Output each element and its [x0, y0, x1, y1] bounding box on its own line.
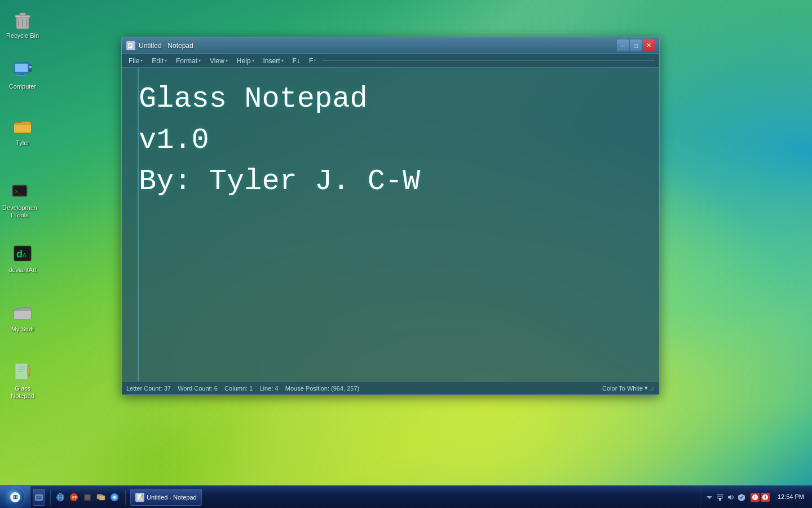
deviantart-label: deviantArt	[8, 266, 37, 274]
menu-file[interactable]: File ▾	[124, 56, 147, 66]
tray-arrow-icon[interactable]	[705, 493, 714, 502]
tray-icons	[705, 493, 746, 502]
computer-image	[11, 59, 34, 81]
tyler-folder-icon[interactable]: Tyler	[3, 113, 42, 149]
glass-notepad-label: Glass Notepad	[5, 385, 40, 400]
svg-rect-42	[99, 496, 105, 500]
desktop: Recycle Bin Computer Tyler	[0, 0, 812, 508]
svg-point-48	[752, 494, 758, 500]
quicklaunch-icon5[interactable]	[108, 491, 121, 503]
svg-marker-45	[707, 496, 712, 499]
glass-notepad-icon[interactable]: Glass Notepad	[3, 358, 42, 402]
menu-f-up[interactable]: F↑	[304, 56, 321, 66]
quicklaunch-icon4[interactable]	[95, 491, 107, 503]
svg-rect-8	[19, 73, 24, 75]
menu-insert[interactable]: Insert ▾	[259, 56, 288, 66]
svg-rect-51	[765, 496, 766, 498]
resize-handle[interactable]	[648, 385, 655, 392]
tray-clock[interactable]: 12:54 PM	[774, 493, 807, 501]
window-titlebar[interactable]: Untitled - Notepad ─ □ ✕	[122, 37, 659, 54]
deviantart-icon[interactable]: d A deviantArt	[3, 240, 42, 276]
svg-rect-31	[36, 496, 42, 500]
my-stuff-icon[interactable]: My Stuff	[3, 299, 42, 335]
tray-alerts: !	[748, 493, 772, 502]
svg-text:!: !	[753, 496, 754, 500]
svg-marker-23	[28, 375, 30, 377]
svg-text:FF: FF	[72, 496, 77, 500]
svg-rect-11	[29, 66, 32, 68]
tyler-folder-image	[11, 115, 34, 138]
my-stuff-label: My Stuff	[11, 326, 34, 333]
svg-rect-22	[28, 366, 30, 375]
dev-tools-icon[interactable]: >_ Development Tools	[0, 178, 39, 221]
tray-volume-icon[interactable]	[726, 493, 735, 502]
notepad-title-icon	[126, 41, 135, 50]
svg-rect-7	[15, 64, 28, 72]
svg-rect-10	[29, 65, 32, 72]
svg-text:A: A	[23, 252, 27, 259]
recycle-bin-image	[11, 8, 34, 30]
dev-tools-label: Development Tools	[2, 204, 37, 219]
notepad-textarea[interactable]: Glass Notepad v1.0 By: Tyler J. C-W	[122, 68, 659, 381]
tyler-folder-label: Tyler	[16, 139, 29, 147]
svg-text:>_: >_	[15, 189, 21, 194]
window-statusbar: Letter Count: 37 Word Count: 6 Column: 1…	[122, 381, 659, 395]
my-stuff-image	[11, 301, 34, 324]
show-desktop-button[interactable]	[33, 489, 45, 506]
menu-help[interactable]: Help ▾	[232, 56, 259, 66]
tray-alert-1[interactable]: !	[751, 493, 760, 502]
window-controls: ─ □ ✕	[617, 40, 655, 51]
status-info: Letter Count: 37 Word Count: 6 Column: 1…	[126, 385, 602, 392]
notepad-content-area: Glass Notepad v1.0 By: Tyler J. C-W	[122, 68, 659, 381]
tray-security-icon[interactable]	[737, 493, 746, 502]
tray-alert-2[interactable]	[761, 493, 770, 502]
taskbar-items: 📝 Untitled - Notepad	[128, 486, 700, 508]
start-button[interactable]: ⊞	[0, 486, 30, 509]
quicklaunch-ie[interactable]	[54, 491, 67, 503]
glass-notepad-image	[11, 361, 34, 383]
svg-rect-24	[128, 43, 133, 49]
close-button[interactable]: ✕	[643, 40, 655, 51]
start-orb: ⊞	[6, 488, 24, 506]
tray-network-icon[interactable]	[716, 493, 725, 502]
menu-format[interactable]: Format ▾	[171, 56, 205, 66]
quicklaunch-icon3[interactable]	[81, 491, 94, 503]
system-tray: ! 12:54 PM	[700, 486, 812, 508]
recycle-bin-icon[interactable]: Recycle Bin	[3, 6, 42, 42]
dev-tools-image: >_	[8, 180, 31, 203]
window-menubar: File ▾ Edit ▾ Format ▾ View ▾ Help ▾ Ins…	[122, 54, 659, 68]
window-title: Untitled - Notepad	[139, 42, 617, 50]
taskbar: ⊞	[0, 485, 812, 508]
quick-launch: FF	[30, 489, 123, 506]
menu-view[interactable]: View ▾	[205, 56, 232, 66]
menu-edit[interactable]: Edit ▾	[147, 56, 171, 66]
svg-point-52	[765, 498, 766, 500]
computer-icon[interactable]: Computer	[3, 56, 42, 93]
quicklaunch-end-divider	[125, 489, 126, 505]
start-orb-inner: ⊞	[10, 492, 20, 502]
svg-rect-9	[16, 75, 27, 76]
color-dropdown[interactable]: Color To White ▾	[602, 384, 648, 392]
minimize-button[interactable]: ─	[617, 40, 629, 51]
computer-label: Computer	[9, 83, 36, 90]
quicklaunch-divider	[50, 489, 51, 505]
menu-separator	[323, 60, 655, 61]
notepad-taskbar-item[interactable]: 📝 Untitled - Notepad	[130, 489, 202, 506]
deviantart-image: d A	[11, 242, 34, 265]
notepad-window: Untitled - Notepad ─ □ ✕ File ▾ Edit ▾ F…	[121, 37, 660, 395]
quicklaunch-icon2[interactable]: FF	[68, 491, 80, 503]
svg-text:d: d	[16, 248, 23, 260]
maximize-button[interactable]: □	[630, 40, 642, 51]
menu-f-down[interactable]: F↓	[288, 56, 304, 66]
svg-rect-40	[85, 495, 90, 500]
svg-rect-2	[20, 13, 25, 16]
notepad-taskbar-icon: 📝	[135, 493, 144, 502]
recycle-bin-label: Recycle Bin	[6, 32, 39, 40]
